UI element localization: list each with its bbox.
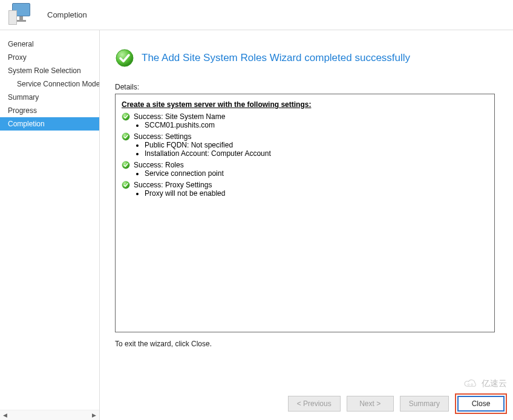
next-button: Next >	[347, 396, 394, 412]
success-block: Success: RolesService connection point	[122, 161, 488, 178]
success-text: Success: Site System NameSCCM01.pushits.…	[134, 112, 225, 129]
success-detail-item: Public FQDN: Not specified	[145, 141, 271, 149]
sidebar-item-progress[interactable]: Progress	[0, 104, 99, 117]
scroll-track[interactable]	[10, 410, 89, 420]
success-check-icon	[122, 132, 130, 141]
success-text: Success: Proxy SettingsProxy will not be…	[134, 181, 225, 198]
cloud-icon	[462, 378, 479, 390]
sidebar-item-summary[interactable]: Summary	[0, 91, 99, 104]
success-block: Success: Site System NameSCCM01.pushits.…	[122, 112, 488, 129]
sidebar-item-system-role-selection[interactable]: System Role Selection	[0, 64, 99, 77]
details-heading: Create a site system server with the fol…	[122, 100, 488, 109]
details-label: Details:	[115, 83, 495, 91]
sidebar-item-completion[interactable]: Completion	[0, 117, 99, 131]
success-detail-item: Proxy will not be enabled	[145, 189, 225, 198]
success-text: Success: RolesService connection point	[134, 161, 224, 178]
scroll-right-icon[interactable]: ▶	[89, 410, 99, 421]
success-title: Success: Roles	[134, 161, 224, 169]
success-detail-item: SCCM01.pushits.com	[145, 121, 225, 129]
success-detail-item: Installation Account: Computer Account	[145, 149, 271, 158]
sidebar-scrollbar[interactable]: ◀ ▶	[0, 410, 99, 420]
scroll-left-icon[interactable]: ◀	[0, 410, 10, 421]
wizard-button-bar: < Previous Next > Summary Close	[288, 393, 507, 414]
wizard-body: GeneralProxySystem Role SelectionService…	[0, 30, 513, 420]
success-check-icon	[122, 181, 130, 189]
success-check-icon	[122, 112, 130, 121]
watermark-text: 亿速云	[482, 378, 507, 389]
summary-button: Summary	[400, 396, 449, 412]
banner-title: The Add Site System Roles Wizard complet…	[142, 52, 410, 64]
success-check-icon	[115, 48, 134, 68]
success-block: Success: Proxy SettingsProxy will not be…	[122, 181, 488, 198]
watermark: 亿速云	[462, 378, 507, 390]
close-button[interactable]: Close	[457, 396, 505, 412]
sidebar-item-general[interactable]: General	[0, 37, 99, 51]
success-title: Success: Settings	[134, 132, 271, 141]
success-text: Success: SettingsPublic FQDN: Not specif…	[134, 132, 271, 158]
success-title: Success: Site System Name	[134, 112, 225, 121]
server-icon	[6, 3, 35, 27]
sidebar-item-service-connection-mode[interactable]: Service Connection Mode	[0, 77, 99, 91]
completion-banner: The Add Site System Roles Wizard complet…	[115, 48, 495, 68]
exit-instruction: To exit the wizard, click Close.	[115, 340, 495, 348]
success-title: Success: Proxy Settings	[134, 181, 225, 189]
page-title: Completion	[47, 10, 87, 19]
wizard-content: The Add Site System Roles Wizard complet…	[100, 30, 513, 420]
details-box[interactable]: Create a site system server with the fol…	[115, 94, 495, 332]
success-detail-item: Service connection point	[145, 169, 224, 178]
sidebar-item-proxy[interactable]: Proxy	[0, 51, 99, 64]
success-block: Success: SettingsPublic FQDN: Not specif…	[122, 132, 488, 158]
svg-point-2	[471, 384, 473, 386]
close-button-highlight: Close	[455, 393, 507, 414]
success-check-icon	[122, 161, 130, 169]
wizard-sidebar: GeneralProxySystem Role SelectionService…	[0, 30, 100, 420]
previous-button: < Previous	[288, 396, 341, 412]
wizard-header: Completion	[0, 0, 513, 30]
svg-point-1	[468, 384, 469, 386]
